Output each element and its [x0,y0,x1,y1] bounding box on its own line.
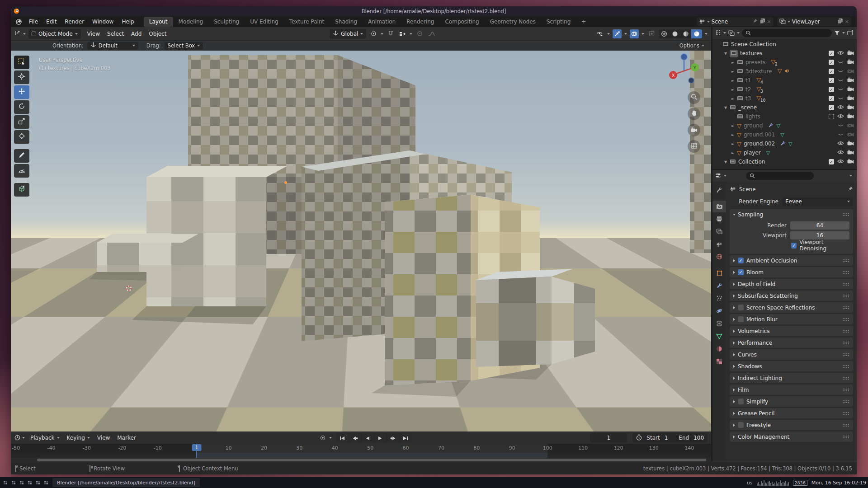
properties-tab-view-layer[interactable] [712,226,726,238]
drag-handle-icon[interactable] [842,282,849,286]
hide-eye-icon[interactable] [837,59,844,66]
panel-header[interactable]: Motion Blur [730,314,853,324]
outliner-row-scene-collection[interactable]: Scene Collection [712,40,857,49]
drag-handle-icon[interactable] [842,412,849,415]
exclude-checkbox[interactable]: ✓ [829,69,834,74]
properties-tab-world[interactable] [712,251,726,263]
expand-right-icon[interactable]: ► [731,142,735,146]
outliner-item-label[interactable]: Scene Collection [731,41,776,47]
drag-handle-icon[interactable] [842,353,849,357]
falloff-curve-button[interactable] [427,29,436,38]
annotate-tool-button[interactable] [14,149,29,163]
outliner-editor-icon[interactable] [715,29,721,38]
render-camera-icon[interactable] [847,150,854,156]
close-icon[interactable]: ✕ [845,19,849,25]
outliner-item-label[interactable]: player [744,150,761,156]
hide-eye-icon[interactable] [837,77,844,84]
properties-tab-scene[interactable] [712,239,726,250]
drag-handle-icon[interactable] [842,318,849,321]
play-reverse-button[interactable] [362,433,374,442]
hide-eye-icon[interactable] [837,50,844,56]
viewport-pan-button[interactable] [688,108,700,120]
expand-right-icon[interactable]: ► [731,124,735,128]
start-value[interactable]: 1 [665,435,668,441]
panel-header[interactable]: Volumetrics [730,326,853,336]
hide-eye-icon[interactable] [837,113,844,120]
outliner-row--scene[interactable]: ▼_scene✓ [712,103,857,112]
next-keyframe-button[interactable] [387,433,399,442]
sampling-panel-header[interactable]: Sampling [730,209,853,220]
app-menu-help[interactable]: Help [118,17,138,26]
tray-counter[interactable]: 2836 [793,480,807,486]
taskbar-launcher-icon[interactable] [43,480,49,485]
play-button[interactable] [374,433,387,442]
hide-eye-icon[interactable] [837,159,844,165]
transform-tool-button[interactable] [14,130,29,144]
viewport-menu-select[interactable]: Select [104,29,127,38]
outliner-row-t2[interactable]: ►t2▽3✓ [712,85,857,94]
render-camera-icon[interactable] [847,86,854,93]
workspace-tab-modeling[interactable]: Modeling [173,17,209,27]
panel-header[interactable]: Indirect Lighting [730,373,853,383]
timeline-menu-keying[interactable]: Keying [63,433,94,442]
exclude-checkbox[interactable]: ✓ [829,159,834,164]
expand-right-icon[interactable]: ► [731,79,735,83]
viewport-canvas[interactable]: Orientation: Default Drag: Select Box [11,41,711,432]
pin-icon[interactable] [752,19,758,25]
display-mode-icon[interactable] [728,29,735,38]
outliner-row-ground-001[interactable]: ►▽ground.001▽ [712,130,857,139]
keyboard-layout-indicator[interactable]: us [747,480,753,486]
viewport-ortho-button[interactable] [688,140,700,153]
render-camera-icon[interactable] [847,159,854,165]
taskbar-window-button[interactable]: Blender [/home/amalie/Desktop/blender/rt… [52,478,200,487]
outliner-row-t1[interactable]: ►t1▽4✓ [712,76,857,85]
render-camera-icon[interactable] [847,122,854,129]
filter-icon[interactable] [834,29,840,38]
shading-material-button[interactable] [680,29,691,38]
workspace-tab-+[interactable]: + [576,17,591,27]
properties-tab-output[interactable] [712,213,726,225]
outliner-item-label[interactable]: ground [744,122,763,129]
outliner-item-label[interactable]: lights [745,113,760,120]
outliner-item-label[interactable]: _scene [738,104,757,111]
workspace-tab-sculpting[interactable]: Sculpting [208,17,245,27]
window-titlebar[interactable]: Blender [/home/amalie/Desktop/blender/rt… [11,6,857,16]
hide-eye-icon[interactable] [837,86,844,93]
panel-header[interactable]: ✓ Bloom [730,267,853,277]
properties-tab-texture[interactable] [712,356,726,368]
exclude-checkbox[interactable]: ✓ [829,51,834,56]
panel-checkbox[interactable]: ✓ [738,269,744,275]
drag-handle-icon[interactable] [842,259,849,263]
mode-dropdown[interactable]: Object Mode [28,29,81,39]
properties-editor-icon[interactable] [715,172,721,180]
panel-header[interactable]: Performance [730,338,853,348]
panel-checkbox[interactable] [738,316,744,322]
taskbar-launcher-icon[interactable] [27,480,33,485]
jump-end-button[interactable] [400,433,412,442]
viewport-menu-object[interactable]: Object [145,29,170,38]
drag-handle-icon[interactable] [842,306,849,310]
taskbar-launcher-icon[interactable] [19,480,24,485]
exclude-checkbox[interactable]: ✓ [829,87,834,92]
exclude-checkbox[interactable]: ✓ [829,60,834,65]
timeline-menu-view[interactable]: View [94,433,113,442]
clock[interactable]: Mon, 16 Sep 16:02:19 [811,480,866,486]
panel-header[interactable]: Subsurface Scattering [730,291,853,301]
exclude-checkbox[interactable]: ✓ [829,105,834,110]
workspace-tab-uv-editing[interactable]: UV Editing [245,17,284,27]
exclude-checkbox[interactable]: ✓ [829,96,834,101]
timeline-menu-marker[interactable]: Marker [113,433,139,442]
drag-handle-icon[interactable] [842,271,849,274]
workspace-tab-shading[interactable]: Shading [330,17,363,27]
duplicate-icon[interactable] [760,18,765,25]
hide-eye-icon[interactable] [837,122,844,129]
panel-header[interactable]: Curves [730,349,853,360]
outliner-item-label[interactable]: presets [745,59,765,66]
timeline-menu-playback[interactable]: Playback [27,433,63,442]
workspace-tab-scripting[interactable]: Scripting [541,17,576,27]
expand-right-icon[interactable]: ► [731,61,735,65]
properties-tab-render[interactable] [712,201,726,212]
properties-tab-object[interactable] [712,267,726,279]
panel-checkbox[interactable] [738,399,744,404]
drag-handle-icon[interactable] [842,423,849,427]
